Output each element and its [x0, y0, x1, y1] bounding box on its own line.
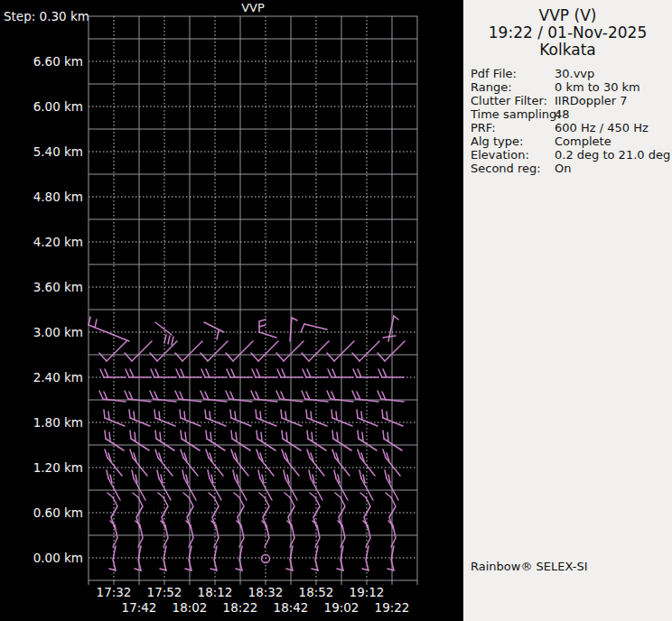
wind-barb-tick [227, 369, 230, 377]
wind-barb-tick [108, 412, 109, 420]
wind-barb-tick [184, 412, 185, 420]
wind-barb-tick [387, 432, 388, 440]
wind-barb-tick [151, 369, 154, 377]
wind-barb-tick [257, 369, 260, 377]
panel-station: Kolkata [463, 42, 672, 59]
wind-barb-tick [378, 369, 382, 377]
chart-canvas: Step: 0.30 km VVP 6.60 km6.00 km5.40 km4… [0, 0, 463, 621]
wind-barb-tick [201, 353, 208, 361]
wind-barb-staff [304, 324, 327, 329]
wind-barb-staff [259, 458, 274, 476]
x-axis-tick-label: 18:42 [274, 600, 309, 615]
wind-barb-tick [302, 353, 309, 361]
x-axis-tick-label: 17:52 [147, 585, 182, 599]
wind-barb-tick [383, 369, 387, 377]
wind-barb-tick [251, 391, 255, 399]
wind-barb-tick [259, 493, 265, 497]
wind-barb-tick [332, 369, 336, 377]
wind-barb-tick [358, 431, 359, 439]
wind-barb-staff [360, 458, 375, 476]
wind-barb-staff [204, 322, 224, 332]
wind-barb-tick [181, 431, 182, 439]
wind-barb-tick [276, 353, 284, 361]
y-axis-tick-label: 3.60 km [33, 280, 83, 294]
wind-barb-tick [282, 450, 285, 458]
wind-barb-tick [175, 391, 179, 399]
wind-barb-staff [385, 341, 405, 361]
parameter-value: 30.vvp [555, 67, 594, 80]
x-axis-tick-label: 18:52 [299, 585, 334, 599]
wind-barb-tick [302, 391, 305, 399]
wind-barb-tick [159, 412, 160, 420]
wind-barb-tick [130, 450, 133, 458]
wind-barb-tick [132, 470, 134, 478]
wind-barb-tick [334, 470, 336, 478]
wind-barb-staff [388, 316, 394, 341]
wind-barb-tick [157, 470, 159, 478]
wind-barb-tick [261, 432, 262, 440]
wind-barb-tick [135, 432, 135, 440]
parameter-value: Complete [555, 134, 611, 148]
wind-barb-tick [358, 450, 360, 458]
wind-barb-tick [180, 410, 181, 418]
wind-barb-tick [332, 431, 333, 439]
chart-title: VVP [241, 1, 265, 14]
wind-barb-tick [164, 335, 166, 343]
wind-barb-tick [277, 369, 281, 377]
wind-barb-tick [257, 431, 257, 439]
parameter-value: On [555, 162, 571, 175]
wind-barb-tick [181, 369, 184, 377]
wind-barb-tick [259, 320, 266, 321]
wind-barb-tick [337, 432, 338, 440]
wind-barb-tick [105, 450, 107, 458]
wind-barb-tick [331, 410, 332, 418]
wind-barb-tick [201, 369, 205, 377]
parameter-label: Clutter Filter: [471, 94, 555, 107]
wind-barb-tick [129, 410, 130, 418]
wind-barb-tick [105, 369, 108, 377]
y-axis-tick-label: 0.00 km [33, 551, 83, 565]
wind-barb-tick [282, 369, 285, 377]
panel-datetime: 19:22 / 01-Nov-2025 [463, 24, 672, 42]
wind-barb-tick [130, 369, 134, 377]
parameter-label: Range: [471, 80, 555, 94]
y-axis-labels: 6.60 km6.00 km5.40 km4.80 km4.20 km3.60 … [33, 54, 83, 565]
wind-barb-tick [257, 450, 259, 458]
wind-barb-tick [286, 432, 287, 440]
wind-barb-tick [99, 353, 107, 361]
wind-barb-tick [307, 369, 311, 377]
wind-barb-tick [150, 353, 157, 361]
wind-barb-tick [160, 432, 161, 440]
parameter-label: Elevation: [471, 148, 555, 162]
parameter-value: 48 [555, 107, 570, 121]
wind-barb-staff [182, 341, 202, 361]
wind-barb-tick [154, 410, 155, 418]
wind-barb-tick [231, 369, 235, 377]
wind-barb-tick [258, 470, 260, 478]
parameter-list: Pdf File:30.vvpRange:0 km to 30 kmClutte… [463, 67, 672, 175]
wind-barb-staff [107, 341, 126, 361]
wind-barb-staff [310, 458, 324, 476]
wind-barb-staff [157, 341, 177, 361]
parameter-label: Second reg: [471, 162, 555, 175]
wind-barb-staff [290, 318, 292, 341]
x-axis-tick-label: 17:42 [122, 600, 157, 615]
vvp-time-height-chart: Step: 0.30 km VVP 6.60 km6.00 km5.40 km4… [0, 0, 463, 621]
plot-border [89, 16, 417, 580]
wind-barb-tick [383, 431, 384, 439]
wind-barb-tick [378, 353, 385, 361]
wind-barb-tick [386, 493, 391, 497]
wind-barb-tick [155, 369, 159, 377]
wind-barb-tick [183, 493, 189, 497]
parameter-row: Time sampling:48 [471, 107, 672, 121]
x-axis-tick-label: 18:22 [223, 600, 258, 615]
x-axis-tick-label: 18:12 [198, 585, 233, 599]
x-axis-tick-label: 18:32 [248, 585, 284, 599]
wind-barb-tick [158, 493, 163, 497]
wind-barb-tick [260, 412, 261, 420]
wind-barb-tick [282, 431, 283, 439]
wind-barb-tick [385, 470, 387, 478]
x-axis-tick-label: 19:02 [324, 600, 359, 615]
wind-barb-tick [332, 450, 335, 458]
wind-barb-tick [231, 450, 234, 458]
